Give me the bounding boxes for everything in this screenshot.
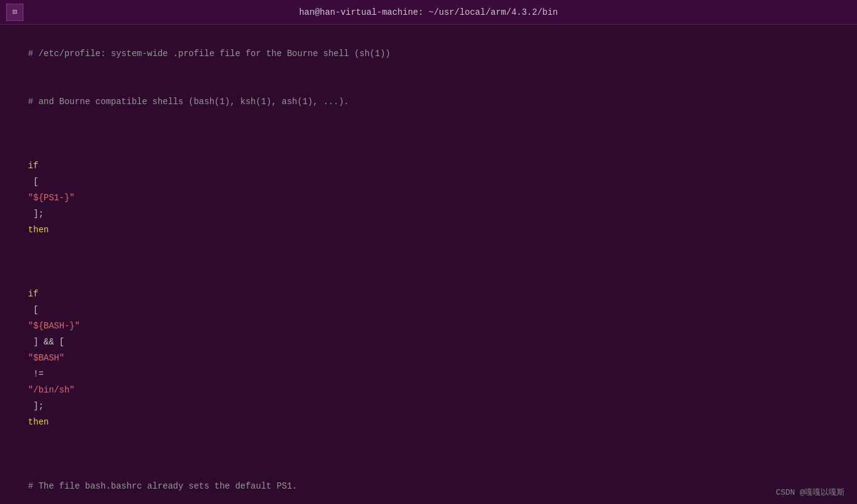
- code-line: # The file bash.bashrc already sets the …: [7, 446, 850, 504]
- keyword: if: [28, 161, 39, 171]
- code-line: [7, 126, 850, 142]
- titlebar: ⊡ han@han-virtual-machine: ~/usr/local/a…: [0, 0, 857, 25]
- comment-text: # /etc/profile: system-wide .profile fil…: [28, 49, 391, 59]
- code-line: if [ "${BASH-}" ] && [ "$BASH" != "/bin/…: [7, 254, 850, 446]
- code-line: if [ "${PS1-}" ]; then: [7, 142, 850, 254]
- code-line: # /etc/profile: system-wide .profile fil…: [7, 30, 850, 78]
- terminal-icon: ⊡: [6, 4, 23, 21]
- code-line: # and Bourne compatible shells (bash(1),…: [7, 78, 850, 126]
- window-title: han@han-virtual-machine: ~/usr/local/arm…: [299, 7, 558, 17]
- watermark: CSDN @嘎嘎以嘎斯: [776, 487, 845, 498]
- code-area: # /etc/profile: system-wide .profile fil…: [0, 25, 857, 504]
- comment-text: # and Bourne compatible shells (bash(1),…: [28, 97, 349, 107]
